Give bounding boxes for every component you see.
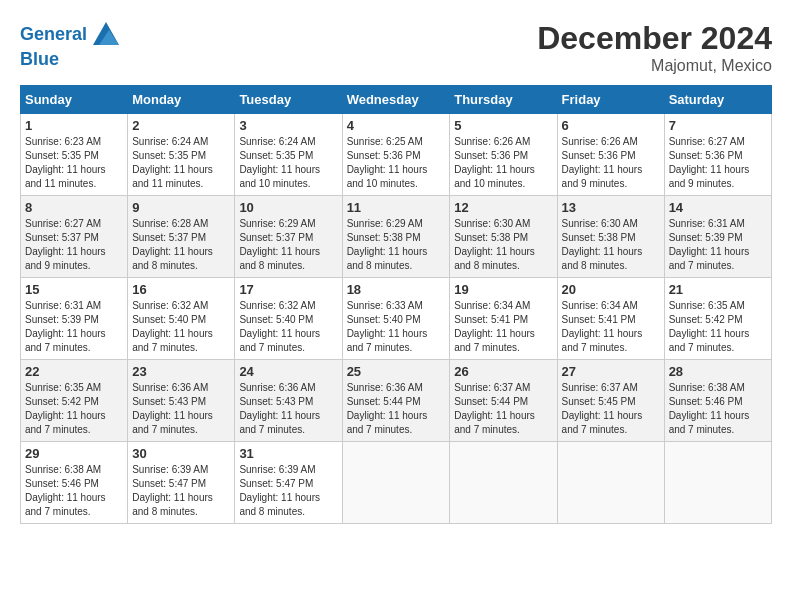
day-info: Sunrise: 6:24 AMSunset: 5:35 PMDaylight:… (132, 136, 213, 189)
weekday-header-wednesday: Wednesday (342, 86, 450, 114)
day-info: Sunrise: 6:35 AMSunset: 5:42 PMDaylight:… (25, 382, 106, 435)
day-number: 18 (347, 282, 446, 297)
calendar-cell: 5 Sunrise: 6:26 AMSunset: 5:36 PMDayligh… (450, 114, 557, 196)
calendar-cell: 13 Sunrise: 6:30 AMSunset: 5:38 PMDaylig… (557, 196, 664, 278)
day-info: Sunrise: 6:27 AMSunset: 5:36 PMDaylight:… (669, 136, 750, 189)
day-number: 4 (347, 118, 446, 133)
day-info: Sunrise: 6:30 AMSunset: 5:38 PMDaylight:… (454, 218, 535, 271)
calendar-cell: 4 Sunrise: 6:25 AMSunset: 5:36 PMDayligh… (342, 114, 450, 196)
calendar-cell: 25 Sunrise: 6:36 AMSunset: 5:44 PMDaylig… (342, 360, 450, 442)
day-number: 23 (132, 364, 230, 379)
location-title: Majomut, Mexico (537, 57, 772, 75)
day-info: Sunrise: 6:34 AMSunset: 5:41 PMDaylight:… (562, 300, 643, 353)
week-row-1: 1 Sunrise: 6:23 AMSunset: 5:35 PMDayligh… (21, 114, 772, 196)
day-number: 1 (25, 118, 123, 133)
calendar-cell: 16 Sunrise: 6:32 AMSunset: 5:40 PMDaylig… (128, 278, 235, 360)
weekday-header-friday: Friday (557, 86, 664, 114)
logo-text: General (20, 25, 87, 45)
week-row-3: 15 Sunrise: 6:31 AMSunset: 5:39 PMDaylig… (21, 278, 772, 360)
calendar-cell: 24 Sunrise: 6:36 AMSunset: 5:43 PMDaylig… (235, 360, 342, 442)
calendar-table: SundayMondayTuesdayWednesdayThursdayFrid… (20, 85, 772, 524)
day-info: Sunrise: 6:36 AMSunset: 5:43 PMDaylight:… (239, 382, 320, 435)
day-number: 7 (669, 118, 767, 133)
calendar-cell: 22 Sunrise: 6:35 AMSunset: 5:42 PMDaylig… (21, 360, 128, 442)
calendar-cell: 15 Sunrise: 6:31 AMSunset: 5:39 PMDaylig… (21, 278, 128, 360)
day-info: Sunrise: 6:33 AMSunset: 5:40 PMDaylight:… (347, 300, 428, 353)
calendar-cell: 30 Sunrise: 6:39 AMSunset: 5:47 PMDaylig… (128, 442, 235, 524)
day-info: Sunrise: 6:32 AMSunset: 5:40 PMDaylight:… (239, 300, 320, 353)
calendar-cell: 29 Sunrise: 6:38 AMSunset: 5:46 PMDaylig… (21, 442, 128, 524)
day-number: 11 (347, 200, 446, 215)
calendar-cell: 27 Sunrise: 6:37 AMSunset: 5:45 PMDaylig… (557, 360, 664, 442)
weekday-header-tuesday: Tuesday (235, 86, 342, 114)
day-info: Sunrise: 6:31 AMSunset: 5:39 PMDaylight:… (669, 218, 750, 271)
day-number: 3 (239, 118, 337, 133)
day-number: 6 (562, 118, 660, 133)
day-number: 30 (132, 446, 230, 461)
month-title: December 2024 (537, 20, 772, 57)
day-number: 14 (669, 200, 767, 215)
calendar-cell: 7 Sunrise: 6:27 AMSunset: 5:36 PMDayligh… (664, 114, 771, 196)
day-number: 2 (132, 118, 230, 133)
calendar-cell: 31 Sunrise: 6:39 AMSunset: 5:47 PMDaylig… (235, 442, 342, 524)
calendar-cell (342, 442, 450, 524)
calendar-cell: 17 Sunrise: 6:32 AMSunset: 5:40 PMDaylig… (235, 278, 342, 360)
day-info: Sunrise: 6:25 AMSunset: 5:36 PMDaylight:… (347, 136, 428, 189)
day-info: Sunrise: 6:36 AMSunset: 5:44 PMDaylight:… (347, 382, 428, 435)
day-info: Sunrise: 6:32 AMSunset: 5:40 PMDaylight:… (132, 300, 213, 353)
calendar-cell: 3 Sunrise: 6:24 AMSunset: 5:35 PMDayligh… (235, 114, 342, 196)
calendar-cell: 9 Sunrise: 6:28 AMSunset: 5:37 PMDayligh… (128, 196, 235, 278)
calendar-cell: 26 Sunrise: 6:37 AMSunset: 5:44 PMDaylig… (450, 360, 557, 442)
day-info: Sunrise: 6:26 AMSunset: 5:36 PMDaylight:… (562, 136, 643, 189)
week-row-2: 8 Sunrise: 6:27 AMSunset: 5:37 PMDayligh… (21, 196, 772, 278)
calendar-cell: 18 Sunrise: 6:33 AMSunset: 5:40 PMDaylig… (342, 278, 450, 360)
calendar-cell: 14 Sunrise: 6:31 AMSunset: 5:39 PMDaylig… (664, 196, 771, 278)
page-header: General Blue December 2024 Majomut, Mexi… (20, 20, 772, 75)
day-number: 26 (454, 364, 552, 379)
day-info: Sunrise: 6:37 AMSunset: 5:44 PMDaylight:… (454, 382, 535, 435)
day-info: Sunrise: 6:23 AMSunset: 5:35 PMDaylight:… (25, 136, 106, 189)
weekday-header-thursday: Thursday (450, 86, 557, 114)
logo-blue-text: Blue (20, 49, 59, 69)
day-info: Sunrise: 6:27 AMSunset: 5:37 PMDaylight:… (25, 218, 106, 271)
day-info: Sunrise: 6:30 AMSunset: 5:38 PMDaylight:… (562, 218, 643, 271)
day-info: Sunrise: 6:31 AMSunset: 5:39 PMDaylight:… (25, 300, 106, 353)
day-number: 22 (25, 364, 123, 379)
day-info: Sunrise: 6:34 AMSunset: 5:41 PMDaylight:… (454, 300, 535, 353)
calendar-cell (450, 442, 557, 524)
day-info: Sunrise: 6:37 AMSunset: 5:45 PMDaylight:… (562, 382, 643, 435)
day-number: 9 (132, 200, 230, 215)
day-info: Sunrise: 6:35 AMSunset: 5:42 PMDaylight:… (669, 300, 750, 353)
day-number: 10 (239, 200, 337, 215)
day-info: Sunrise: 6:36 AMSunset: 5:43 PMDaylight:… (132, 382, 213, 435)
calendar-cell: 19 Sunrise: 6:34 AMSunset: 5:41 PMDaylig… (450, 278, 557, 360)
day-number: 19 (454, 282, 552, 297)
calendar-cell: 28 Sunrise: 6:38 AMSunset: 5:46 PMDaylig… (664, 360, 771, 442)
day-info: Sunrise: 6:28 AMSunset: 5:37 PMDaylight:… (132, 218, 213, 271)
calendar-cell: 2 Sunrise: 6:24 AMSunset: 5:35 PMDayligh… (128, 114, 235, 196)
week-row-4: 22 Sunrise: 6:35 AMSunset: 5:42 PMDaylig… (21, 360, 772, 442)
day-number: 20 (562, 282, 660, 297)
calendar-cell: 6 Sunrise: 6:26 AMSunset: 5:36 PMDayligh… (557, 114, 664, 196)
day-info: Sunrise: 6:29 AMSunset: 5:38 PMDaylight:… (347, 218, 428, 271)
calendar-cell: 11 Sunrise: 6:29 AMSunset: 5:38 PMDaylig… (342, 196, 450, 278)
day-number: 13 (562, 200, 660, 215)
calendar-cell: 12 Sunrise: 6:30 AMSunset: 5:38 PMDaylig… (450, 196, 557, 278)
day-info: Sunrise: 6:24 AMSunset: 5:35 PMDaylight:… (239, 136, 320, 189)
day-number: 17 (239, 282, 337, 297)
weekday-header-monday: Monday (128, 86, 235, 114)
day-info: Sunrise: 6:39 AMSunset: 5:47 PMDaylight:… (132, 464, 213, 517)
title-area: December 2024 Majomut, Mexico (537, 20, 772, 75)
day-number: 8 (25, 200, 123, 215)
weekday-header-sunday: Sunday (21, 86, 128, 114)
calendar-cell (664, 442, 771, 524)
calendar-cell: 20 Sunrise: 6:34 AMSunset: 5:41 PMDaylig… (557, 278, 664, 360)
calendar-cell: 1 Sunrise: 6:23 AMSunset: 5:35 PMDayligh… (21, 114, 128, 196)
calendar-cell (557, 442, 664, 524)
day-info: Sunrise: 6:26 AMSunset: 5:36 PMDaylight:… (454, 136, 535, 189)
day-info: Sunrise: 6:38 AMSunset: 5:46 PMDaylight:… (25, 464, 106, 517)
day-number: 31 (239, 446, 337, 461)
day-number: 5 (454, 118, 552, 133)
week-row-5: 29 Sunrise: 6:38 AMSunset: 5:46 PMDaylig… (21, 442, 772, 524)
day-number: 25 (347, 364, 446, 379)
